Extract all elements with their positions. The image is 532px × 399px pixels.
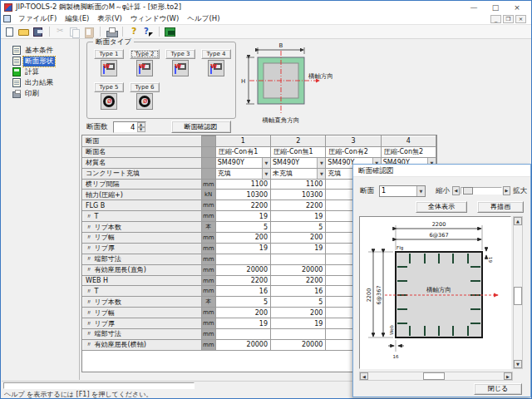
cell-value[interactable]: 2200 (215, 200, 270, 211)
section-confirm-diagram-button[interactable]: 断面確認図 (171, 121, 231, 133)
save-icon[interactable] (32, 27, 44, 37)
section-count-spinner[interactable]: 4 ▲ ▼ (113, 121, 146, 133)
section-drawing-canvas[interactable]: 2200 6@367 2200 6@367 (359, 216, 511, 369)
copy-icon[interactable] (69, 27, 81, 37)
dropdown-arrow-icon[interactable]: ▼ (262, 158, 270, 168)
cell-dropdown[interactable]: SM490Y▼ (215, 157, 270, 168)
cell-value[interactable]: 5 (271, 297, 326, 308)
zoom-slider-left-icon[interactable]: ◀ (452, 186, 460, 195)
cell-value[interactable]: 16 (215, 286, 270, 297)
cell-value[interactable]: 5 (215, 297, 270, 308)
maximize-button[interactable]: □ (491, 3, 500, 12)
cell-text-input[interactable]: 圧縮-Con無1 (271, 146, 326, 157)
sidebar-item-print[interactable]: 印刷 (2, 88, 79, 99)
cell-value[interactable]: 19 (271, 211, 326, 222)
sidebar-item-calculation[interactable]: 計算 (2, 66, 79, 77)
cell-value[interactable] (215, 254, 270, 264)
mdi-minimize-button[interactable]: _ (490, 15, 501, 23)
cell-value[interactable]: 2200 (271, 275, 326, 286)
cell-value[interactable]: 5 (271, 222, 326, 233)
menu-window[interactable]: ウィンドウ(W) (126, 14, 184, 24)
cell-value[interactable]: 16 (271, 286, 326, 297)
spinner-down-icon[interactable]: ▼ (137, 127, 145, 132)
cell-value[interactable]: 1100 (271, 179, 326, 190)
cell-dropdown[interactable]: 充填▼ (215, 168, 270, 179)
cell-value[interactable]: 2200 (271, 200, 326, 211)
cell-value[interactable]: 10300 (215, 190, 270, 200)
cell-value[interactable]: 20000 (215, 339, 270, 350)
app-tool-icon[interactable] (165, 27, 176, 37)
minimize-button[interactable]: — (470, 3, 478, 12)
mdi-restore-button[interactable]: ❐ (503, 15, 514, 23)
vertical-scroll-thumb[interactable] (514, 287, 522, 305)
type-2-button[interactable]: Type 2 (130, 49, 160, 59)
menu-file[interactable]: ファイル(F) (14, 14, 61, 24)
scroll-right-icon[interactable]: ▶ (504, 372, 512, 380)
full-view-button[interactable]: 全体表示 (416, 201, 467, 213)
cell-dropdown[interactable]: 未充填▼ (271, 168, 326, 179)
dialog-section-select[interactable]: 1 ▼ (379, 185, 426, 197)
cell-value[interactable]: 1100 (215, 179, 270, 190)
context-help-icon[interactable] (142, 27, 154, 37)
cell-value[interactable]: 2200 (215, 275, 270, 286)
open-folder-icon[interactable] (18, 27, 30, 37)
help-icon[interactable] (128, 27, 140, 37)
cell-value[interactable]: 19 (215, 211, 270, 222)
dropdown-arrow-icon[interactable]: ▼ (317, 158, 325, 168)
type-4-button[interactable]: Type 4 (201, 49, 231, 59)
mdi-close-button[interactable]: × (515, 15, 526, 23)
cell-value[interactable]: 200 (271, 233, 326, 244)
new-document-icon[interactable] (4, 27, 16, 37)
zoom-slider-right-icon[interactable]: ▶ (503, 186, 510, 195)
cell-value[interactable]: 19 (215, 318, 270, 329)
cell-value[interactable]: 20000 (215, 264, 270, 275)
close-button[interactable]: × (513, 3, 521, 12)
cell-value[interactable] (215, 329, 270, 340)
cell-value[interactable] (271, 254, 326, 264)
dropdown-arrow-icon[interactable]: ▼ (317, 169, 325, 179)
menu-edit[interactable]: 編集(E) (61, 14, 93, 24)
horizontal-scrollbar[interactable]: ◀ ▶ (359, 372, 513, 381)
cell-value[interactable]: 200 (215, 308, 270, 318)
menu-view[interactable]: 表示(V) (93, 14, 126, 24)
cell-value[interactable]: 200 (271, 308, 326, 318)
cut-icon[interactable] (55, 27, 66, 37)
cell-value[interactable]: 10300 (271, 190, 326, 200)
cell-value[interactable]: 19 (215, 243, 270, 254)
type-1-button[interactable]: Type 1 (94, 49, 124, 59)
sidebar-item-section-shape[interactable]: 断面形状 (2, 56, 79, 66)
menu-help[interactable]: ヘルプ(H) (183, 14, 224, 24)
horizontal-scroll-thumb[interactable] (423, 372, 445, 380)
print-icon[interactable] (106, 27, 117, 37)
scroll-left-icon[interactable]: ◀ (360, 372, 368, 380)
axis-perpendicular-label: 橋軸直角方向 (263, 116, 300, 124)
dropdown-arrow-icon[interactable]: ▼ (262, 169, 270, 179)
cell-value[interactable]: 20000 (271, 339, 326, 350)
cell-value[interactable]: 5 (215, 222, 270, 233)
cell-value[interactable] (271, 329, 326, 340)
dropdown-arrow-icon[interactable]: ▼ (416, 186, 425, 196)
type-5-button[interactable]: Type 5 (94, 82, 124, 92)
cell-value[interactable]: 200 (215, 233, 270, 244)
cell-text-input[interactable]: 圧縮-Con有2 (326, 146, 381, 157)
zoom-slider[interactable] (461, 187, 502, 195)
zoom-slider-thumb[interactable] (463, 187, 473, 195)
sidebar-item-output-results[interactable]: 出力結果 (2, 77, 79, 88)
cell-text-input[interactable]: 圧縮-Con有1 (215, 146, 270, 157)
sidebar-item-basic-conditions[interactable]: 基本条件 (2, 45, 79, 56)
row-label: 〃 有効座屈長(直角) (83, 264, 202, 275)
redraw-button[interactable]: 再描画 (477, 201, 524, 213)
paste-icon[interactable] (83, 27, 95, 37)
mdi-child-icon[interactable] (3, 15, 11, 22)
vertical-scrollbar[interactable]: ▲ ▼ (513, 216, 523, 369)
cell-text-input[interactable]: 圧縮-Con無2 (381, 146, 436, 157)
cell-dropdown[interactable]: SM490Y▼ (271, 157, 326, 168)
scroll-up-icon[interactable]: ▲ (514, 217, 522, 225)
cell-value[interactable]: 19 (271, 243, 326, 254)
type-6-button[interactable]: Type 6 (130, 82, 160, 92)
cell-value[interactable]: 20000 (271, 264, 326, 275)
dialog-close-button[interactable]: 閉じる (474, 383, 522, 395)
cell-value[interactable]: 19 (271, 318, 326, 329)
scroll-down-icon[interactable]: ▼ (514, 360, 522, 368)
type-3-button[interactable]: Type 3 (165, 49, 195, 59)
